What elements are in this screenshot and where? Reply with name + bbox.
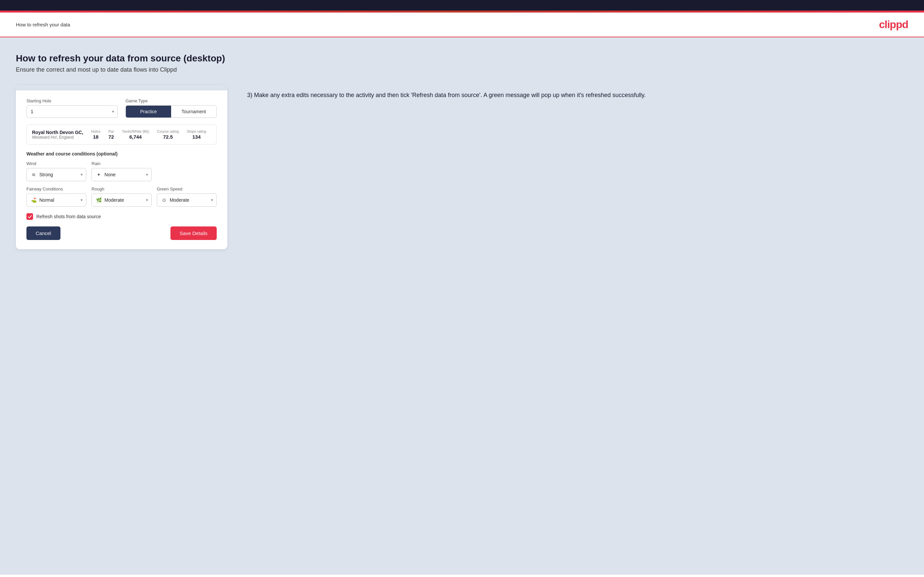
par-stat: Par 72 xyxy=(108,129,114,140)
game-type-field: Game Type Practice Tournament xyxy=(126,98,217,118)
course-rating-label: Course rating xyxy=(157,129,179,133)
yards-stat: Yards/White (M)) 6,744 xyxy=(122,129,149,140)
card-top-strip xyxy=(16,85,227,90)
yards-value: 6,744 xyxy=(122,134,149,140)
rough-icon: 🌿 xyxy=(96,197,102,203)
fairway-label: Fairway Conditions xyxy=(26,187,86,192)
fairway-value: Normal xyxy=(39,197,54,203)
rough-chevron-icon: ▾ xyxy=(146,198,148,202)
page-subheading: Ensure the correct and most up to date d… xyxy=(16,66,908,73)
course-location: Westward Ho!, England xyxy=(32,135,83,140)
slope-rating-stat: Slope rating 134 xyxy=(187,129,206,140)
fairway-rough-green-row: Fairway Conditions ⛳ Normal ▾ Rough 🌿 Mo… xyxy=(26,187,217,206)
rain-field: Rain ✦ None ▾ xyxy=(92,161,151,181)
button-row: Cancel Save Details xyxy=(26,226,217,240)
starting-hole-field: Starting Hole 1 ▾ xyxy=(26,98,118,118)
rain-label: Rain xyxy=(92,161,151,166)
header: How to refresh your data clippd xyxy=(0,13,924,37)
fairway-chevron-icon: ▾ xyxy=(81,198,82,202)
starting-hole-chevron-icon: ▾ xyxy=(112,109,114,114)
rain-value: None xyxy=(104,172,115,177)
tournament-button[interactable]: Tournament xyxy=(171,106,216,118)
course-rating-stat: Course rating 72.5 xyxy=(157,129,179,140)
holes-stat: Holes 18 xyxy=(91,129,100,140)
fairway-select[interactable]: ⛳ Normal ▾ xyxy=(26,193,86,206)
green-speed-label: Green Speed xyxy=(157,187,217,192)
rough-label: Rough xyxy=(92,187,151,192)
logo: clippd xyxy=(879,18,908,31)
footer: Copyright Clippd 2022 xyxy=(0,575,924,577)
starting-hole-select[interactable]: 1 ▾ xyxy=(26,105,118,118)
starting-hole-label: Starting Hole xyxy=(26,98,118,103)
rough-select[interactable]: 🌿 Moderate ▾ xyxy=(92,193,151,206)
course-row: Royal North Devon GC, Westward Ho!, Engl… xyxy=(26,124,217,145)
course-name: Royal North Devon GC, xyxy=(32,130,83,135)
game-type-toggle: Practice Tournament xyxy=(126,105,217,118)
fairway-icon: ⛳ xyxy=(31,197,37,203)
rough-field: Rough 🌿 Moderate ▾ xyxy=(92,187,151,206)
course-info: Royal North Devon GC, Westward Ho!, Engl… xyxy=(32,130,83,140)
rain-select[interactable]: ✦ None ▾ xyxy=(92,168,151,181)
content-area: Starting Hole 1 ▾ Game Type Practice Tou… xyxy=(16,85,908,249)
wind-rain-row: Wind ≋ Strong ▾ Rain ✦ None ▾ xyxy=(26,161,217,181)
wind-chevron-icon: ▾ xyxy=(81,172,82,177)
refresh-checkbox[interactable] xyxy=(26,213,33,220)
refresh-checkbox-row: Refresh shots from data source xyxy=(26,212,217,220)
practice-button[interactable]: Practice xyxy=(126,106,171,118)
slope-rating-value: 134 xyxy=(187,134,206,140)
green-speed-chevron-icon: ▾ xyxy=(211,198,213,202)
page-heading: How to refresh your data from source (de… xyxy=(16,53,908,64)
course-rating-value: 72.5 xyxy=(157,134,179,140)
rain-icon: ✦ xyxy=(96,172,102,177)
starting-hole-value: 1 xyxy=(31,109,33,114)
form-card: Starting Hole 1 ▾ Game Type Practice Tou… xyxy=(16,85,227,249)
slope-rating-label: Slope rating xyxy=(187,129,206,133)
yards-label: Yards/White (M)) xyxy=(122,129,149,133)
wind-label: Wind xyxy=(26,161,86,166)
green-speed-icon: ⊙ xyxy=(161,197,167,203)
sidebar-text: 3) Make any extra edits necessary to the… xyxy=(247,90,908,100)
par-label: Par xyxy=(108,129,114,133)
cancel-button[interactable]: Cancel xyxy=(26,226,60,240)
par-value: 72 xyxy=(108,134,114,140)
main-content: How to refresh your data from source (de… xyxy=(0,37,924,575)
starting-hole-game-type-group: Starting Hole 1 ▾ Game Type Practice Tou… xyxy=(26,98,217,118)
top-bar xyxy=(0,0,924,11)
rough-value: Moderate xyxy=(104,197,124,203)
holes-value: 18 xyxy=(91,134,100,140)
game-type-label: Game Type xyxy=(126,98,217,103)
checkmark-icon xyxy=(28,214,32,219)
green-speed-select[interactable]: ⊙ Moderate ▾ xyxy=(157,193,217,206)
wind-value: Strong xyxy=(39,172,53,177)
wind-field: Wind ≋ Strong ▾ xyxy=(26,161,86,181)
green-speed-value: Moderate xyxy=(170,197,189,203)
refresh-checkbox-label: Refresh shots from data source xyxy=(36,214,101,219)
sidebar-description: 3) Make any extra edits necessary to the… xyxy=(247,85,908,100)
holes-label: Holes xyxy=(91,129,100,133)
wind-select[interactable]: ≋ Strong ▾ xyxy=(26,168,86,181)
fairway-field: Fairway Conditions ⛳ Normal ▾ xyxy=(26,187,86,206)
header-title: How to refresh your data xyxy=(16,22,70,27)
save-button[interactable]: Save Details xyxy=(170,226,217,240)
rain-chevron-icon: ▾ xyxy=(146,172,148,177)
green-speed-field: Green Speed ⊙ Moderate ▾ xyxy=(157,187,217,206)
wind-icon: ≋ xyxy=(31,172,37,177)
weather-section-label: Weather and course conditions (optional) xyxy=(26,151,217,156)
